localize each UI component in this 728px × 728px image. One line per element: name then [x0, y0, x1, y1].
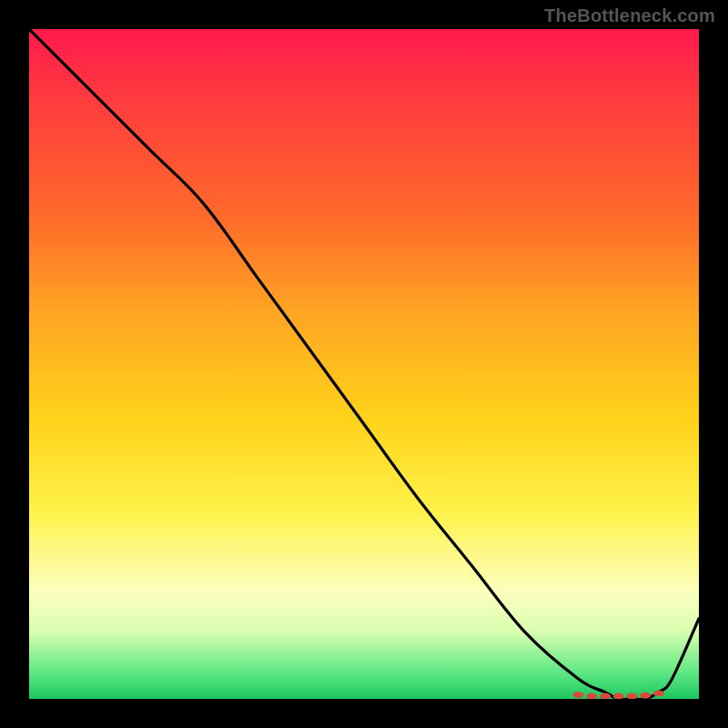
- marker-dot: [613, 693, 624, 699]
- attribution-label: TheBottleneck.com: [544, 5, 715, 26]
- marker-dot: [586, 693, 597, 699]
- plot-area: [29, 29, 699, 699]
- marker-dot: [640, 693, 651, 699]
- marker-dot: [626, 693, 637, 699]
- marker-dot: [653, 691, 664, 697]
- chart-frame: TheBottleneck.com: [0, 0, 728, 728]
- marker-dot: [573, 692, 584, 698]
- plot-svg: [29, 29, 699, 699]
- main-curve: [29, 29, 699, 699]
